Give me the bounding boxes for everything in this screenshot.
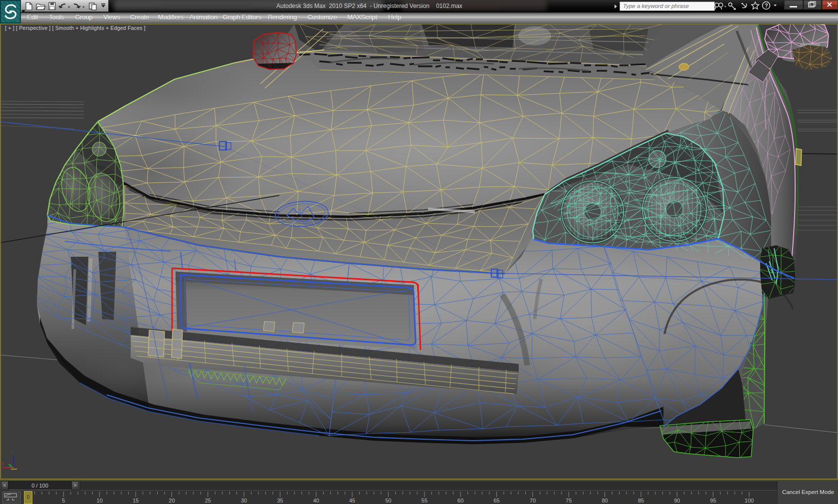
svg-text:40: 40: [313, 498, 319, 504]
svg-text:80: 80: [602, 498, 608, 504]
svg-text:75: 75: [566, 498, 572, 504]
svg-text:95: 95: [710, 498, 716, 504]
svg-text:65: 65: [493, 498, 499, 504]
svg-text:55: 55: [421, 498, 427, 504]
svg-text:30: 30: [241, 498, 247, 504]
svg-text:35: 35: [277, 498, 283, 504]
svg-text:100: 100: [745, 498, 754, 504]
svg-text:50: 50: [385, 498, 391, 504]
svg-text:25: 25: [205, 498, 211, 504]
svg-text:70: 70: [530, 498, 536, 504]
svg-text:10: 10: [97, 498, 103, 504]
svg-text:20: 20: [169, 498, 175, 504]
svg-text:60: 60: [457, 498, 463, 504]
svg-text:45: 45: [349, 498, 355, 504]
svg-text:5: 5: [62, 498, 65, 504]
svg-text:15: 15: [133, 498, 139, 504]
svg-text:90: 90: [674, 498, 680, 504]
svg-text:85: 85: [638, 498, 644, 504]
